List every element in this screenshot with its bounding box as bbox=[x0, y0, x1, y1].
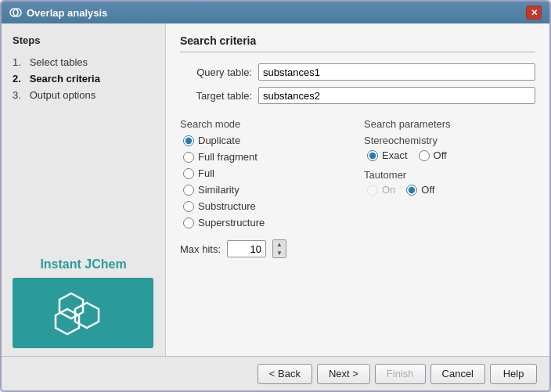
stereo-off-label: Off bbox=[434, 149, 447, 161]
brand-logo bbox=[13, 278, 153, 348]
stereo-options: Exact Off bbox=[364, 149, 535, 161]
search-mode-duplicate-radio[interactable] bbox=[183, 135, 194, 146]
step-2-number: 2. bbox=[13, 73, 27, 85]
step-2-label: Search criteria bbox=[30, 73, 100, 85]
title-bar-left: Overlap analysis bbox=[9, 6, 107, 19]
max-hits-input[interactable] bbox=[227, 240, 266, 257]
stereo-title: Stereochemistry bbox=[364, 135, 535, 146]
search-params-title: Search parameters bbox=[364, 118, 535, 130]
dialog-title: Overlap analysis bbox=[27, 7, 107, 19]
target-table-row: Target table: bbox=[180, 87, 535, 104]
stereo-off-radio[interactable] bbox=[419, 150, 430, 161]
search-mode-full[interactable]: Full bbox=[183, 167, 351, 179]
target-table-input[interactable] bbox=[258, 87, 535, 104]
search-mode-substructure[interactable]: Substructure bbox=[183, 200, 351, 212]
close-button[interactable]: ✕ bbox=[526, 5, 542, 20]
search-mode-similarity-radio[interactable] bbox=[183, 185, 194, 196]
search-mode-superstructure-radio[interactable] bbox=[183, 218, 194, 228]
search-mode-panel: Search mode Duplicate Full fragment F bbox=[180, 118, 351, 228]
search-mode-substructure-radio[interactable] bbox=[183, 201, 194, 212]
tautomer-on-label: On bbox=[382, 184, 395, 196]
stereochemistry-group: Stereochemistry Exact Off bbox=[364, 135, 535, 161]
step-3: 3. Output options bbox=[13, 87, 154, 103]
search-mode-substructure-label: Substructure bbox=[198, 200, 256, 212]
search-mode-full-radio[interactable] bbox=[183, 168, 194, 179]
dialog-footer: < Back Next > Finish Cancel Help bbox=[2, 356, 549, 390]
search-mode-duplicate[interactable]: Duplicate bbox=[183, 135, 351, 146]
brand-text: Instant JChem bbox=[13, 257, 154, 272]
target-table-label: Target table: bbox=[180, 90, 258, 102]
query-table-label: Query table: bbox=[180, 67, 258, 78]
max-hits-row: Max hits: ▲ ▼ bbox=[180, 239, 535, 258]
tautomer-off-label: Off bbox=[421, 184, 434, 196]
search-mode-options: Duplicate Full fragment Full Simila bbox=[180, 135, 351, 228]
back-button[interactable]: < Back bbox=[257, 364, 312, 384]
max-hits-spinner: ▲ ▼ bbox=[272, 239, 286, 258]
stereo-off[interactable]: Off bbox=[419, 149, 447, 161]
search-mode-title: Search mode bbox=[180, 118, 351, 130]
stereo-exact[interactable]: Exact bbox=[367, 149, 408, 161]
finish-button[interactable]: Finish bbox=[375, 364, 426, 384]
max-hits-label: Max hits: bbox=[180, 243, 221, 255]
tautomer-title: Tautomer bbox=[364, 169, 535, 181]
dialog-body: Steps 1. Select tables 2. Search criteri… bbox=[2, 23, 549, 356]
search-mode-full-fragment[interactable]: Full fragment bbox=[183, 151, 351, 163]
stereo-exact-label: Exact bbox=[382, 149, 408, 161]
tautomer-on-radio[interactable] bbox=[367, 185, 378, 196]
max-hits-down[interactable]: ▼ bbox=[273, 249, 286, 257]
main-content: Search criteria Query table: Target tabl… bbox=[166, 23, 549, 356]
query-table-row: Query table: bbox=[180, 63, 535, 81]
search-params-panel: Search parameters Stereochemistry Exact … bbox=[364, 118, 535, 228]
overlap-analysis-dialog: Overlap analysis ✕ Steps 1. Select table… bbox=[0, 0, 551, 392]
search-mode-full-fragment-radio[interactable] bbox=[183, 152, 194, 163]
sidebar-brand: Instant JChem bbox=[13, 250, 154, 356]
steps-list: 1. Select tables 2. Search criteria 3. O… bbox=[13, 54, 154, 103]
search-mode-superstructure-label: Superstructure bbox=[198, 217, 265, 228]
step-2: 2. Search criteria bbox=[13, 70, 154, 87]
search-mode-superstructure[interactable]: Superstructure bbox=[183, 217, 351, 228]
tautomer-options: On Off bbox=[364, 184, 535, 196]
two-panel: Search mode Duplicate Full fragment F bbox=[180, 118, 535, 228]
next-button[interactable]: Next > bbox=[317, 364, 370, 384]
sidebar-title: Steps bbox=[13, 34, 154, 46]
help-button[interactable]: Help bbox=[490, 364, 537, 384]
tautomer-on[interactable]: On bbox=[367, 184, 395, 196]
overlap-icon bbox=[9, 6, 22, 19]
step-1-label: Select tables bbox=[30, 56, 88, 68]
title-bar: Overlap analysis ✕ bbox=[2, 2, 549, 23]
section-title: Search criteria bbox=[180, 34, 535, 52]
tautomer-off[interactable]: Off bbox=[406, 184, 434, 196]
search-mode-full-fragment-label: Full fragment bbox=[198, 151, 257, 163]
step-1: 1. Select tables bbox=[13, 54, 154, 70]
max-hits-up[interactable]: ▲ bbox=[273, 240, 286, 249]
search-mode-full-label: Full bbox=[198, 167, 214, 179]
step-1-number: 1. bbox=[13, 56, 27, 68]
query-table-input[interactable] bbox=[258, 63, 535, 81]
search-mode-duplicate-label: Duplicate bbox=[198, 135, 240, 146]
search-mode-similarity-label: Similarity bbox=[198, 184, 239, 196]
brand-logo-svg bbox=[52, 286, 114, 340]
search-mode-similarity[interactable]: Similarity bbox=[183, 184, 351, 196]
cancel-button[interactable]: Cancel bbox=[430, 364, 485, 384]
tautomer-off-radio[interactable] bbox=[406, 185, 417, 196]
stereo-exact-radio[interactable] bbox=[367, 150, 378, 161]
step-3-number: 3. bbox=[13, 89, 27, 101]
sidebar: Steps 1. Select tables 2. Search criteri… bbox=[2, 23, 166, 356]
step-3-label: Output options bbox=[30, 89, 96, 101]
tautomer-group: Tautomer On Off bbox=[364, 169, 535, 196]
